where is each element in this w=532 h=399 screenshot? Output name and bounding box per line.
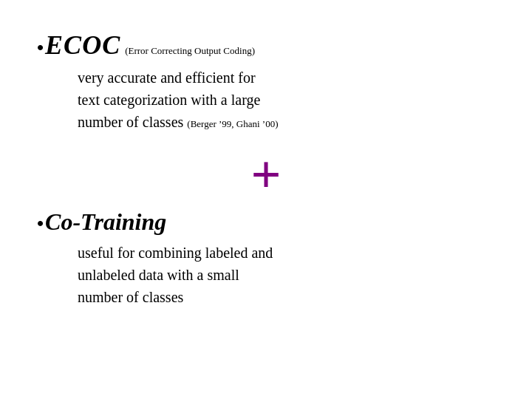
ecoc-section: • ECOC (Error Correcting Output Coding) …	[37, 30, 495, 133]
ecoc-body: very accurate and efficient for text cat…	[78, 66, 495, 133]
ecoc-subtitle: (Error Correcting Output Coding)	[125, 45, 255, 57]
cotraining-body-line3: number of classes	[78, 289, 183, 305]
cotraining-heading: • Co-Training	[37, 208, 495, 236]
ecoc-body-line2: text categorization with a large	[78, 92, 260, 108]
ecoc-body-line3: number of classes	[78, 114, 183, 130]
slide-container: • ECOC (Error Correcting Output Coding) …	[0, 0, 532, 399]
ecoc-bullet: •	[37, 37, 44, 59]
cotraining-title: Co-Training	[45, 208, 166, 236]
ecoc-heading: • ECOC (Error Correcting Output Coding)	[37, 30, 495, 61]
cotraining-body: useful for combining labeled and unlabel…	[78, 242, 495, 308]
cotraining-bullet: •	[37, 213, 44, 235]
cotraining-body-line1: useful for combining labeled and	[78, 245, 273, 261]
plus-symbol: +	[37, 148, 495, 201]
ecoc-citation: (Berger ’99, Ghani ’00)	[187, 118, 278, 129]
cotraining-section: • Co-Training useful for combining label…	[37, 208, 495, 308]
ecoc-title: ECOC	[45, 30, 120, 61]
cotraining-body-line2: unlabeled data with a small	[78, 267, 239, 283]
ecoc-body-line1: very accurate and efficient for	[78, 69, 256, 86]
